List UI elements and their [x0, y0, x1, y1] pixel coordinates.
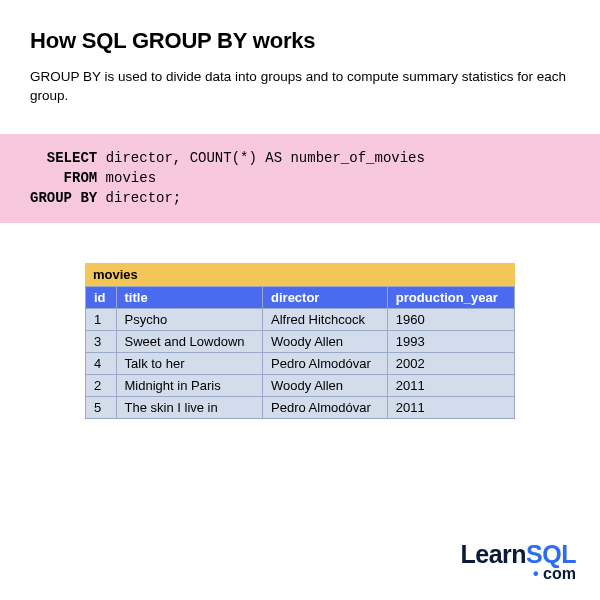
- table-row: 3 Sweet and Lowdown Woody Allen 1993: [86, 330, 515, 352]
- keyword-from: FROM: [64, 170, 98, 186]
- page-title: How SQL GROUP BY works: [30, 28, 570, 54]
- description-text: GROUP BY is used to divide data into gro…: [30, 68, 570, 106]
- cell: Midnight in Paris: [116, 374, 262, 396]
- cell: 5: [86, 396, 117, 418]
- cell: 2: [86, 374, 117, 396]
- brand-logo: LearnSQL • com: [461, 542, 577, 582]
- keyword-groupby: GROUP BY: [30, 190, 97, 206]
- cell: 1993: [387, 330, 514, 352]
- cell: The skin I live in: [116, 396, 262, 418]
- cell: 2011: [387, 374, 514, 396]
- table-name-header: movies: [85, 263, 515, 286]
- logo-learn: Learn: [461, 540, 527, 568]
- table-row: 5 The skin I live in Pedro Almodóvar 201…: [86, 396, 515, 418]
- cell: Psycho: [116, 308, 262, 330]
- cell: 1: [86, 308, 117, 330]
- logo-sql: SQL: [526, 540, 576, 568]
- table-row: 1 Psycho Alfred Hitchcock 1960: [86, 308, 515, 330]
- column-header: director: [263, 286, 388, 308]
- code-groupby-rest: director;: [97, 190, 181, 206]
- cell: Alfred Hitchcock: [263, 308, 388, 330]
- cell: 2002: [387, 352, 514, 374]
- column-header: title: [116, 286, 262, 308]
- cell: 2011: [387, 396, 514, 418]
- column-header: production_year: [387, 286, 514, 308]
- table-row: 4 Talk to her Pedro Almodóvar 2002: [86, 352, 515, 374]
- keyword-select: SELECT: [47, 150, 97, 166]
- code-from-rest: movies: [97, 170, 156, 186]
- cell: Woody Allen: [263, 330, 388, 352]
- code-select-rest: director, COUNT(*) AS number_of_movies: [97, 150, 425, 166]
- logo-dot: •: [533, 565, 543, 582]
- column-header: id: [86, 286, 117, 308]
- cell: Sweet and Lowdown: [116, 330, 262, 352]
- logo-com: com: [543, 565, 576, 582]
- cell: Pedro Almodóvar: [263, 396, 388, 418]
- cell: 1960: [387, 308, 514, 330]
- movies-table: id title director production_year 1 Psyc…: [85, 286, 515, 419]
- cell: Pedro Almodóvar: [263, 352, 388, 374]
- cell: Talk to her: [116, 352, 262, 374]
- cell: 4: [86, 352, 117, 374]
- cell: Woody Allen: [263, 374, 388, 396]
- cell: 3: [86, 330, 117, 352]
- table-row: 2 Midnight in Paris Woody Allen 2011: [86, 374, 515, 396]
- sql-code-block: SELECT director, COUNT(*) AS number_of_m…: [0, 134, 600, 223]
